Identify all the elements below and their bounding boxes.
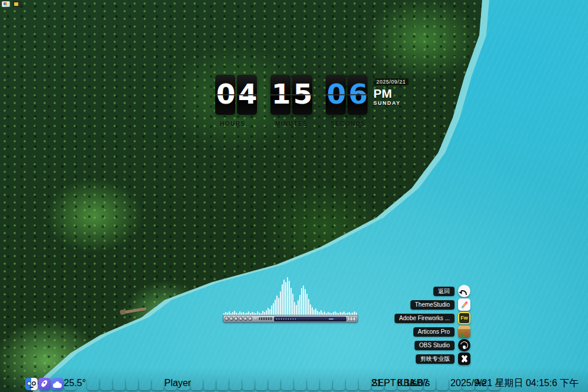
- visualizer-bar: [245, 313, 246, 315]
- cloud-app-icon[interactable]: [51, 378, 64, 390]
- tray-datetime[interactable]: 2025/9/21 星期日 04:15:6 下午: [450, 377, 579, 390]
- visualizer-bar: [241, 313, 242, 315]
- obs-icon: [458, 339, 470, 351]
- app-shortcut-list: 返回 ThemeStudio Adobe Fireworks ... Artic…: [395, 285, 470, 365]
- visualizer-bar: [273, 303, 274, 315]
- player-next-button[interactable]: [243, 317, 248, 321]
- app-label: ThemeStudio: [410, 300, 455, 310]
- visualizer-bar: [324, 311, 325, 315]
- visualizer-bar: [354, 311, 355, 315]
- qq-icon[interactable]: [113, 378, 125, 390]
- net-up-monitor-icon[interactable]: 0.1 KB/s: [397, 378, 410, 390]
- system-tray[interactable]: 2025/9/21 星期日 04:15:6 下午: [450, 377, 579, 390]
- visualizer-bar: [333, 312, 334, 315]
- aimp-icon[interactable]: [178, 378, 190, 390]
- visualizer-bar: [287, 277, 288, 315]
- visualizer-bar: [252, 312, 253, 315]
- visualizer-bar: [227, 313, 228, 315]
- volume-mixer-icon[interactable]: [333, 378, 345, 390]
- visualizer-bar: [306, 294, 308, 315]
- music-player-bar[interactable]: [223, 315, 358, 322]
- color-picker-icon[interactable]: [320, 378, 332, 390]
- visualizer-bar: [236, 313, 237, 315]
- visualizer-bar: [243, 312, 244, 315]
- desktop-shortcut-2-icon[interactable]: [13, 1, 21, 7]
- desktop-shortcut-1-icon[interactable]: [2, 1, 10, 7]
- winamp-icon[interactable]: [216, 378, 229, 390]
- audio-visualizer: [223, 276, 358, 315]
- visualizer-bar: [336, 313, 338, 315]
- visualizer-bar: [246, 313, 248, 315]
- net-down-monitor-icon[interactable]: 1.07 KB/s: [410, 378, 423, 390]
- visualizer-bar: [338, 313, 339, 315]
- app-shortcut-row[interactable]: ThemeStudio: [395, 298, 470, 311]
- tim-icon[interactable]: [126, 378, 138, 390]
- app-shortcut-row[interactable]: Articons Pro: [395, 325, 470, 338]
- clock-date-block: 2025/09/21 PM SUNDAY: [373, 75, 409, 106]
- visualizer-bar: [238, 313, 239, 315]
- media-player-icon[interactable]: Player: [165, 378, 177, 390]
- player-display[interactable]: [274, 317, 346, 321]
- visualizer-bar: [266, 310, 267, 315]
- clock-date: 2025/09/21: [373, 78, 409, 85]
- browser-dots-icon[interactable]: [152, 378, 164, 390]
- visualizer-bar: [239, 311, 240, 315]
- hours-tens-card: 0: [215, 75, 235, 115]
- clock-weekday: SUNDAY: [373, 100, 409, 106]
- flip-clock-widget[interactable]: 0 4 HOURS 1 5 MINUTES 0 6 SECONDS 2025/0…: [215, 75, 409, 127]
- visualizer-bar: [253, 313, 255, 315]
- shield-tool-icon[interactable]: [385, 378, 397, 390]
- visualizer-bar: [319, 312, 320, 315]
- visualizer-bar: [292, 294, 293, 315]
- app-shortcut-row[interactable]: Adobe Fireworks ...: [395, 312, 470, 324]
- steam-icon[interactable]: [255, 378, 268, 390]
- assistant-icon[interactable]: [25, 378, 38, 390]
- power-icon[interactable]: [423, 378, 436, 390]
- app-shortcut-row[interactable]: 返回: [395, 285, 470, 297]
- visualizer-bar: [310, 304, 311, 315]
- player-stop-button[interactable]: [239, 317, 243, 321]
- uninstaller-icon[interactable]: [294, 378, 306, 390]
- notes-icon[interactable]: [242, 378, 255, 390]
- visualizer-bar: [271, 305, 272, 315]
- audio-knobs-icon[interactable]: [346, 378, 358, 390]
- app-shortcut-row[interactable]: 剪映专业版: [395, 353, 470, 365]
- visualizer-bar: [308, 299, 309, 315]
- visualizer-bar: [223, 313, 225, 315]
- search-tool-icon[interactable]: [268, 378, 280, 390]
- percent-tool-icon[interactable]: [281, 378, 293, 390]
- visualizer-bar: [350, 313, 352, 315]
- app-store-icon[interactable]: [100, 378, 112, 390]
- qq-music-icon[interactable]: [191, 378, 203, 390]
- triangle-player-icon[interactable]: [203, 378, 216, 390]
- app-shortcut-row[interactable]: OBS Studio: [395, 339, 470, 351]
- clock-meridiem: PM: [373, 87, 409, 100]
- visualizer-bar: [289, 281, 290, 315]
- cassette-player-icon[interactable]: [229, 378, 242, 390]
- calendar-icon[interactable]: SEPT 21: [372, 378, 384, 390]
- player-play-button[interactable]: [229, 317, 233, 321]
- player-pause-button[interactable]: [234, 317, 238, 321]
- capcut-icon: [458, 353, 470, 365]
- player-prev-button[interactable]: [225, 317, 229, 321]
- visualizer-bar: [340, 312, 341, 315]
- player-right-controls[interactable]: [348, 317, 356, 321]
- visualizer-bar: [290, 288, 292, 315]
- visualizer-bar: [349, 312, 350, 315]
- brush-tool-icon[interactable]: [307, 378, 319, 390]
- desktop-shortcuts: [2, 1, 21, 7]
- weather-icon[interactable]: 25.5°: [64, 378, 76, 390]
- visualizer-bar: [347, 313, 348, 315]
- rocket-app-icon[interactable]: [38, 378, 51, 390]
- collapse-small-icon[interactable]: [436, 378, 449, 390]
- back-icon: [458, 285, 470, 297]
- edge-browser-icon[interactable]: [87, 378, 99, 390]
- wechat-icon[interactable]: [139, 378, 151, 390]
- visualizer-bar: [313, 310, 315, 315]
- player-eject-button[interactable]: [248, 317, 252, 321]
- minutes-label: MINUTES: [270, 121, 312, 127]
- contrast-tool-icon[interactable]: [359, 378, 371, 390]
- player-volume-knob[interactable]: [255, 317, 258, 320]
- clock-minutes-group: 1 5 MINUTES: [270, 75, 312, 127]
- visualizer-bar: [305, 289, 306, 315]
